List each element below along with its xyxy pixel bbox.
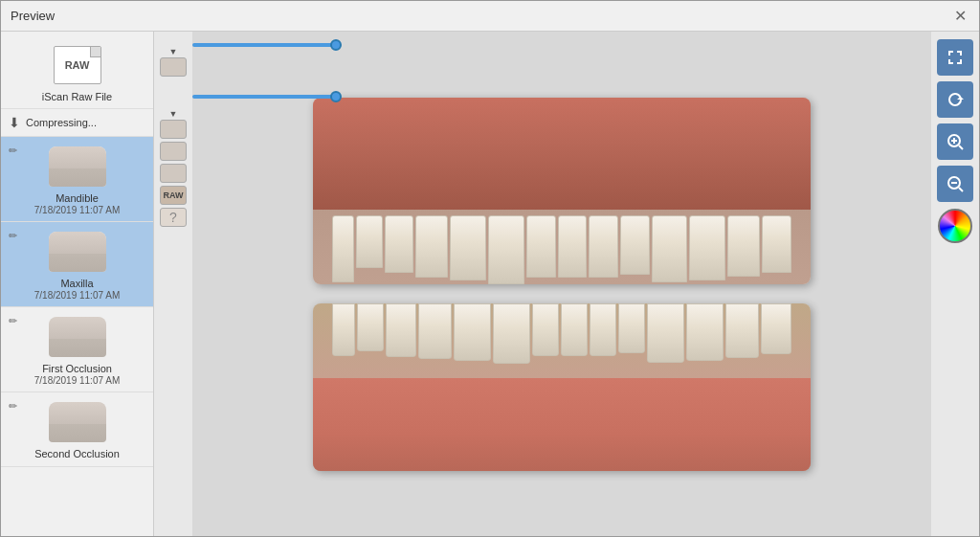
compressing-label: Compressing... — [26, 117, 97, 128]
lower-teeth-view — [313, 303, 811, 471]
zoom-out-icon — [946, 174, 965, 193]
center-panel: ▼ ▼ RAW ? — [154, 32, 979, 536]
maxilla-icon — [44, 228, 111, 276]
tooth-ll4 — [454, 303, 491, 361]
zoom-out-button[interactable] — [937, 166, 973, 202]
question-thumb[interactable]: ? — [160, 208, 187, 227]
tooth-ul2 — [526, 215, 556, 278]
tooth-ll2 — [532, 303, 559, 356]
tooth-ul3 — [488, 215, 524, 284]
tooth-ll8 — [332, 303, 355, 356]
mandible-date: 7/18/2019 11:07 AM — [34, 205, 121, 215]
expand-icon — [946, 48, 965, 67]
tooth-lr2 — [618, 303, 645, 353]
scan-thumb-1[interactable] — [160, 57, 187, 77]
tooth-ur4 — [689, 215, 725, 280]
sidebar-item-first-occlusion[interactable]: ✏ First Occlusion 7/18/2019 11:07 AM — [1, 307, 153, 392]
iscan-raw-icon: RAW — [44, 41, 111, 89]
iscan-raw-label: iScan Raw File — [42, 91, 112, 102]
arrow-down-1[interactable]: ▼ — [169, 47, 178, 56]
tooth-lr5 — [725, 303, 759, 358]
first-occlusion-label: First Occlusion — [42, 363, 112, 374]
sidebar: RAW iScan Raw File ⬇ Compressing... ✏ — [1, 32, 154, 536]
tooth-ur1 — [589, 215, 618, 278]
edit-icon-maxilla: ✏ — [9, 230, 17, 242]
svg-line-1 — [959, 145, 963, 149]
slider-2-thumb[interactable] — [330, 91, 342, 102]
tooth-ul5 — [415, 215, 448, 278]
scan-thumb-3[interactable] — [160, 142, 187, 161]
slider-1-track[interactable] — [192, 43, 336, 47]
edit-icon-mandible: ✏ — [9, 145, 17, 157]
tooth-ul8 — [332, 215, 354, 282]
tooth-lr4 — [686, 303, 724, 361]
viewport[interactable] — [192, 32, 931, 536]
rotate-icon — [946, 90, 965, 109]
tooth-ur2 — [620, 215, 650, 275]
mandible-label: Mandible — [56, 192, 99, 204]
scan-thumb-2[interactable] — [160, 120, 187, 139]
slider-2-row — [192, 95, 336, 99]
edit-icon-first-occlusion: ✏ — [9, 315, 17, 327]
maxilla-date: 7/18/2019 11:07 AM — [34, 290, 121, 301]
main-content: RAW iScan Raw File ⬇ Compressing... ✏ — [1, 32, 979, 536]
slider-1-thumb[interactable] — [330, 39, 342, 51]
tooth-ur5 — [727, 215, 760, 277]
color-wheel-button[interactable] — [938, 209, 972, 243]
second-occlusion-icon — [44, 398, 111, 446]
tooth-lr3 — [647, 303, 684, 363]
preview-window: Preview ✕ RAW iScan Raw File ⬇ Compressi… — [0, 0, 980, 537]
mandible-icon — [44, 143, 111, 190]
tooth-ll3 — [493, 303, 530, 364]
tool-column: ▼ ▼ RAW ? — [154, 32, 192, 536]
slider2-controls: ▼ RAW ? — [160, 109, 187, 227]
sidebar-item-maxilla[interactable]: ✏ Maxilla 7/18/2019 11:07 AM — [1, 222, 153, 307]
tooth-lr1 — [590, 303, 616, 356]
raw-file-icon: RAW — [54, 46, 101, 84]
arrow-down-2[interactable]: ▼ — [169, 109, 178, 119]
tooth-ll7 — [357, 303, 384, 351]
svg-line-5 — [959, 188, 963, 191]
upper-gum — [313, 98, 811, 210]
tooth-ll6 — [386, 303, 416, 357]
first-occlusion-date: 7/18/2019 11:07 AM — [34, 375, 121, 386]
titlebar: Preview ✕ — [1, 1, 979, 32]
slider1-controls: ▼ — [160, 47, 187, 77]
sidebar-item-compressing[interactable]: ⬇ Compressing... — [1, 109, 153, 137]
second-occlusion-label: Second Occlusion — [34, 448, 120, 459]
maxilla-label: Maxilla — [60, 278, 93, 289]
sidebar-item-iscan-raw[interactable]: RAW iScan Raw File — [1, 35, 153, 109]
tooth-ll1 — [561, 303, 588, 356]
sidebar-item-second-occlusion[interactable]: ✏ Second Occlusion — [1, 392, 153, 467]
tooth-ul6 — [385, 215, 414, 273]
lower-gum — [313, 378, 811, 470]
upper-teeth-row — [332, 215, 791, 284]
tooth-ur3 — [652, 215, 688, 282]
scan-thumb-4[interactable] — [160, 164, 187, 183]
tooth-ur6 — [762, 215, 791, 273]
sidebar-item-mandible[interactable]: ✏ Mandible 7/18/2019 11:07 AM — [1, 137, 153, 222]
slider-1-row — [192, 43, 336, 47]
slider-group-1: ▼ — [160, 47, 187, 77]
lower-teeth-row — [332, 303, 791, 364]
zoom-in-button[interactable] — [937, 123, 973, 160]
tooth-ul4 — [450, 215, 486, 280]
rotate-button[interactable] — [937, 81, 973, 118]
compress-icon: ⬇ — [9, 115, 20, 130]
raw-thumb[interactable]: RAW — [160, 186, 187, 205]
zoom-in-icon — [946, 132, 965, 151]
tooth-ll5 — [418, 303, 452, 359]
close-button[interactable]: ✕ — [950, 7, 969, 26]
tooth-lr6 — [761, 303, 791, 354]
slider-group-2: ▼ RAW ? — [160, 109, 187, 227]
expand-button[interactable] — [937, 39, 973, 76]
window-title: Preview — [11, 9, 55, 23]
tooth-ul1 — [558, 215, 588, 278]
edit-icon-second-occlusion: ✏ — [9, 400, 17, 413]
first-occlusion-icon — [44, 313, 111, 361]
slider-2-track[interactable] — [192, 95, 336, 99]
upper-teeth-view — [313, 98, 811, 284]
right-toolbar — [931, 32, 979, 536]
tooth-ul7 — [356, 215, 382, 268]
